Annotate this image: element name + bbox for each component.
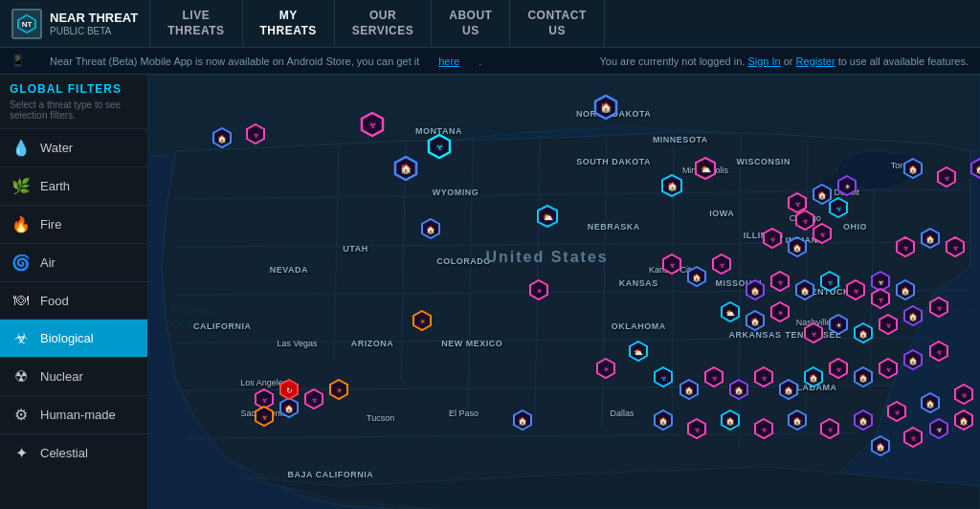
marker-34[interactable]: ☣ [928,297,949,321]
marker-39[interactable]: 🏠 [728,379,749,404]
marker-52[interactable]: 🏠 [787,409,808,434]
marker-7[interactable]: ⛅ [536,205,559,232]
marker-21[interactable]: ☣ [769,271,791,296]
svg-text:☣: ☣ [827,278,834,287]
marker-46[interactable]: 🏠 [902,349,924,374]
sidebar-item-air[interactable]: 🌀 Air [0,243,147,281]
nav-my-threats[interactable]: MY THREATS [243,0,335,47]
marker-35[interactable]: ☀ [595,358,616,383]
marker-53[interactable]: ☣ [819,418,840,443]
marker-57[interactable]: ☣ [953,384,974,409]
marker-3[interactable]: ☣ [427,134,452,163]
marker-45[interactable]: ☣ [878,358,899,383]
nav-contact-us[interactable]: CONTACT US [510,0,604,47]
marker-42[interactable]: 🏠 [803,366,824,391]
marker-15[interactable]: ☣ [812,223,833,248]
marker-20[interactable]: 🏠 [745,279,766,304]
marker-charlotte-1[interactable]: ☣ [870,288,891,313]
sidebar-item-fire[interactable]: 🔥 Fire [0,205,147,243]
sidebar-item-biological[interactable]: ☣ Biological [0,319,147,357]
marker-19[interactable]: ☣ [711,254,732,278]
sidebar-item-nuclear[interactable]: ☢ Nuclear [0,357,147,395]
marker-38[interactable]: ☣ [703,366,724,391]
marker-47[interactable]: ☣ [928,341,949,365]
marker-5[interactable]: 🏠 [660,174,683,201]
marker-23[interactable]: ☣ [819,271,840,296]
marker-fl-3[interactable]: ☣ [928,418,949,443]
sidebar-item-celestial[interactable]: ✦ Celestial [0,433,147,472]
marker-30[interactable]: ☀ [828,314,849,339]
marker-43[interactable]: ☣ [828,358,849,383]
marker-m-1[interactable]: 🏠 [420,218,441,243]
marker-11[interactable]: ☣ [828,197,849,222]
marker-ph-2[interactable]: 🏠 [920,228,941,253]
marker-13[interactable]: ☣ [762,228,783,253]
sidebar-item-food[interactable]: 🍽 Food [0,281,147,319]
marker-17[interactable]: ☣ [661,254,682,278]
marker-49[interactable]: ☣ [686,418,707,443]
marker-charlotte-2[interactable]: 🏠 [895,279,916,304]
marker-16[interactable]: ☀ [412,310,433,335]
marker-41[interactable]: 🏠 [778,379,799,404]
marker-sw-4[interactable]: ↻ [278,379,300,404]
marker-m-3[interactable]: ⛅ [628,341,649,365]
marker-ph-1[interactable]: ☣ [895,236,916,261]
sidebar-item-human-made[interactable]: ⚙ Human-made [0,395,147,433]
marker-nw-2[interactable]: ☣ [245,123,266,148]
marker-44[interactable]: 🏠 [853,366,874,391]
nav-live-threats[interactable]: LIVE THREATS [150,0,242,47]
sidebar-item-water[interactable]: 💧 Water [0,128,147,166]
svg-text:🏠: 🏠 [692,273,702,282]
marker-m-4[interactable]: 🏠 [512,409,533,434]
marker-31[interactable]: 🏠 [853,322,874,347]
marker-fl-2[interactable]: 🏠 [870,435,891,460]
marker-18[interactable]: 🏠 [686,266,707,291]
marker-48[interactable]: 🏠 [653,409,674,434]
svg-text:☣: ☣ [935,426,942,434]
marker-50[interactable]: 🏠 [720,409,741,434]
marker-12[interactable]: ☀ [836,175,858,200]
marker-26[interactable]: ⛅ [720,301,741,326]
register-link[interactable]: Register [796,55,835,67]
marker-sw-6[interactable]: ☀ [328,379,349,404]
map[interactable]: PACIFIC OCEAN ATLANTIC MONTANA NORTH DAK… [147,75,980,509]
marker-28[interactable]: ☀ [769,301,791,326]
marker-m-2[interactable]: ☀ [528,279,549,304]
marker-14[interactable]: 🏠 [787,236,808,261]
marker-tor-2[interactable]: ☣ [936,166,957,191]
marker-56[interactable]: 🏠 [920,392,941,417]
marker-27[interactable]: 🏠 [745,310,766,335]
marker-24[interactable]: ☣ [845,279,866,304]
marker-22[interactable]: 🏠 [794,279,815,304]
marker-sw-3[interactable]: ☣ [254,406,275,431]
marker-54[interactable]: 🏠 [853,409,874,434]
marker-4[interactable]: 🏠 [593,95,618,123]
nav-about-us[interactable]: ABOUT US [432,0,510,47]
svg-text:☣: ☣ [694,426,701,434]
marker-tor-1[interactable]: 🏠 [902,158,924,183]
svg-text:🏠: 🏠 [426,225,435,234]
food-label: Food [40,294,69,308]
marker-37[interactable]: 🏠 [679,379,700,404]
marker-2[interactable]: 🏠 [393,156,418,185]
sign-in-link[interactable]: Sign In [747,55,780,67]
marker-tor-3[interactable]: 🏠 [969,158,980,183]
marker-6[interactable]: ⛅ [694,157,717,184]
marker-51[interactable]: ☣ [753,418,774,443]
marker-36[interactable]: ☣ [653,366,674,391]
nav-our-services[interactable]: OUR SERVICES [335,0,432,47]
marker-1[interactable]: ☣ [360,112,385,141]
notif-link[interactable]: here [438,55,459,67]
marker-55[interactable]: ☣ [886,401,907,426]
marker-40[interactable]: ☣ [753,366,774,391]
marker-fl-4[interactable]: 🏠 [953,409,974,434]
marker-sw-5[interactable]: ☣ [303,388,324,413]
marker-fl-1[interactable]: ☣ [902,427,924,452]
sidebar-item-earth[interactable]: 🌿 Earth [0,166,147,205]
marker-nw-1[interactable]: 🏠 [212,127,233,152]
logo-area[interactable]: NT NEAR THREAT PUBLIC BETA [0,0,150,47]
marker-32[interactable]: ☣ [878,314,899,339]
marker-29[interactable]: ☣ [803,322,824,347]
marker-33[interactable]: 🏠 [902,305,924,330]
marker-ph-3[interactable]: ☣ [945,236,966,261]
